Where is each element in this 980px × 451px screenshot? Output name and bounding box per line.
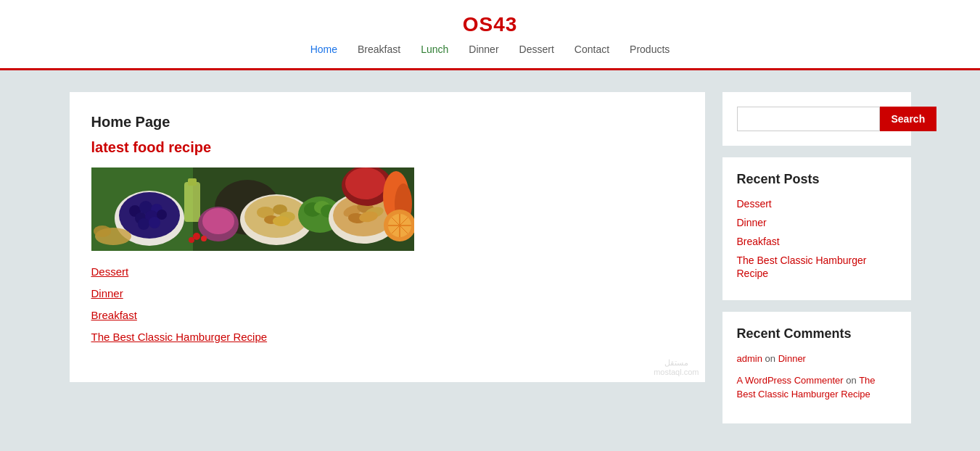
page-body: Home Page latest food recipe [55,92,926,423]
post-link-breakfast[interactable]: Breakfast [91,309,137,321]
svg-point-11 [138,218,149,230]
comment-author-admin[interactable]: admin [737,353,762,364]
comment-on-text: on [765,353,775,364]
search-input[interactable] [737,107,880,131]
list-item: admin on Dinner [737,352,897,366]
list-item: Breakfast [737,235,897,248]
section-heading: latest food recipe [91,139,683,156]
comment-author-wordpress[interactable]: A WordPress Commenter [737,375,844,386]
recent-post-dinner[interactable]: Dinner [737,217,767,228]
recent-posts-title: Recent Posts [737,172,897,187]
search-form: Search [737,107,897,131]
comment-post-dinner[interactable]: Dinner [778,353,806,364]
post-link-hamburger[interactable]: The Best Classic Hamburger Recipe [91,331,268,343]
list-item: Dinner [737,216,897,229]
svg-rect-14 [188,178,197,186]
recent-posts-widget: Recent Posts Dessert Dinner Breakfast Th… [722,157,911,300]
svg-point-46 [201,236,207,241]
list-item: The Best Classic Hamburger Recipe [91,331,683,344]
nav-item-home[interactable]: Home [310,44,337,55]
post-links-list: Dessert Dinner Breakfast The Best Classi… [91,265,683,344]
site-header: OS43 Home Breakfast Lunch Dinner Dessert… [0,0,980,70]
list-item: Breakfast [91,309,683,322]
list-item: The Best Classic Hamburger Recipe [737,254,897,280]
svg-rect-13 [184,182,200,222]
watermark: مستقل mostaql.com [654,358,699,376]
recent-comments-title: Recent Comments [737,326,897,342]
recent-posts-list: Dessert Dinner Breakfast The Best Classi… [737,197,897,280]
main-content: Home Page latest food recipe [70,92,705,382]
nav-item-breakfast[interactable]: Breakfast [358,44,400,55]
nav-item-products[interactable]: Products [630,44,670,55]
main-nav: Home Breakfast Lunch Dinner Dessert Cont… [0,44,980,61]
search-button[interactable]: Search [880,107,937,131]
svg-point-36 [345,167,386,199]
list-item: Dinner [91,287,683,300]
svg-point-23 [273,216,290,226]
nav-item-dessert[interactable]: Dessert [519,44,554,55]
sidebar: Search Recent Posts Dessert Dinner Break… [722,92,911,423]
svg-point-49 [94,226,111,237]
post-link-dessert[interactable]: Dessert [91,265,129,278]
svg-point-47 [189,237,194,243]
nav-item-lunch[interactable]: Lunch [421,44,448,55]
recent-comments-widget: Recent Comments admin on Dinner A WordPr… [722,312,911,423]
recent-post-hamburger[interactable]: The Best Classic Hamburger Recipe [737,255,867,279]
recent-comments-list: admin on Dinner A WordPress Commenter on… [737,352,897,402]
post-link-dinner[interactable]: Dinner [91,287,123,299]
list-item: Dessert [737,197,897,210]
recent-post-breakfast[interactable]: Breakfast [737,236,780,247]
nav-item-dinner[interactable]: Dinner [469,44,498,55]
food-image [91,167,414,251]
site-title: OS43 [0,13,980,36]
search-widget: Search [722,92,911,146]
list-item: Dessert [91,265,683,278]
nav-item-contact[interactable]: Contact [575,44,609,55]
comment-on-text2: on [846,375,856,386]
list-item: A WordPress Commenter on The Best Classi… [737,373,897,402]
recent-post-dessert[interactable]: Dessert [737,198,772,210]
svg-point-16 [202,208,234,234]
svg-point-12 [149,217,160,228]
page-heading: Home Page [91,114,683,131]
